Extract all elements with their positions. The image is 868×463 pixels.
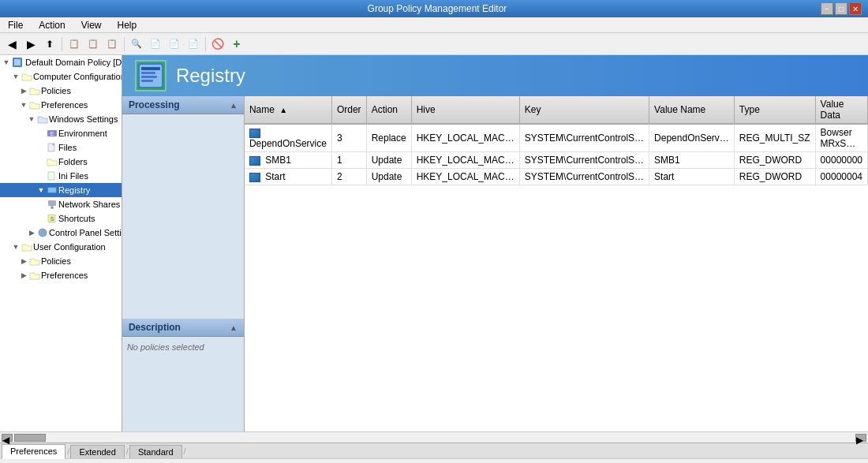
cell-order: 1 <box>331 152 366 169</box>
cell-name: SMB1 <box>245 152 332 169</box>
search-button[interactable]: 🔍 <box>128 35 145 53</box>
col-hive-header[interactable]: Hive <box>411 96 519 124</box>
copy-button[interactable]: 📋 <box>84 35 102 53</box>
menu-view[interactable]: View <box>77 19 107 32</box>
tree-item-user-config[interactable]: ▼ User Configuration <box>0 240 122 254</box>
col-type-header[interactable]: Type <box>734 96 815 124</box>
tab-preferences[interactable]: Preferences <box>2 444 65 459</box>
description-header: Description ▲ <box>122 319 244 337</box>
expand-icon[interactable]: ▼ <box>11 72 21 81</box>
cell-hive: HKEY_LOCAL_MAC… <box>411 169 519 185</box>
scroll-thumb[interactable] <box>14 434 46 442</box>
export-button[interactable]: 📄 <box>147 35 164 53</box>
tab-sep-3: / <box>184 446 186 456</box>
tree-item-label: Ini Files <box>58 171 88 181</box>
tree-item-label: Policies <box>41 86 71 95</box>
expand-icon[interactable]: ▶ <box>27 228 36 237</box>
svg-rect-7 <box>48 188 56 192</box>
collapse-desc-button[interactable]: ▲ <box>230 323 238 332</box>
tree-item-label: Policies <box>41 256 71 266</box>
menu-action[interactable]: Action <box>34 19 69 32</box>
table-row[interactable]: SMB1 1 Update HKEY_LOCAL_MAC… SYSTEM\Cur… <box>245 152 868 169</box>
table-body: DependOnService 3 Replace HKEY_LOCAL_MAC… <box>245 124 868 185</box>
tab-bar: Preferences / Extended / Standard / <box>0 442 868 458</box>
tree-item-network-shares[interactable]: ▶ Network Shares <box>0 197 122 211</box>
expand-icon[interactable]: ▼ <box>2 58 11 67</box>
cell-type: REG_DWORD <box>734 169 815 185</box>
cell-name: Start <box>245 169 332 185</box>
tree-item-windows-settings[interactable]: ▼ Windows Settings <box>0 112 122 126</box>
table-row[interactable]: DependOnService 3 Replace HKEY_LOCAL_MAC… <box>245 124 868 152</box>
svg-rect-5 <box>48 172 54 180</box>
title-bar: Group Policy Management Editor − □ ✕ <box>0 0 868 17</box>
svg-point-12 <box>39 229 47 237</box>
tree-item-user-preferences[interactable]: ▶ Preferences <box>0 268 122 282</box>
tree-item-computer-config[interactable]: ▼ Computer Configuration <box>0 69 122 84</box>
expand-icon[interactable]: ▼ <box>19 100 28 110</box>
tree-item-label: Folders <box>58 157 88 166</box>
tree-item-ini-files[interactable]: ▶ Ini Files <box>0 169 122 183</box>
paste-button[interactable]: 📋 <box>103 35 121 53</box>
close-button[interactable]: ✕ <box>849 2 862 15</box>
description-content: No policies selected <box>122 337 244 431</box>
toolbar: ◀ ▶ ⬆ 📋 📋 📋 🔍 📄 📄 📄 🚫 + <box>0 33 868 55</box>
table-area[interactable]: Name ▲ Order Action Hive Key Value Name … <box>245 96 868 431</box>
tree-item-label: User Configuration <box>33 242 106 252</box>
main-container: ▼ Default Domain Policy [DC02.C… ▼ Compu… <box>0 55 868 431</box>
col-name-header[interactable]: Name ▲ <box>245 96 332 124</box>
forward-button[interactable]: ▶ <box>22 35 39 53</box>
expand-icon[interactable]: ▼ <box>11 242 21 252</box>
ini-icon <box>46 170 58 182</box>
tree-item-folders[interactable]: ▶ Folders <box>0 155 122 169</box>
tab-standard[interactable]: Standard <box>129 445 182 458</box>
table-header-row: Name ▲ Order Action Hive Key Value Name … <box>245 96 868 124</box>
report-button[interactable]: 📄 <box>185 35 202 53</box>
minimize-button[interactable]: − <box>821 2 833 15</box>
scroll-right-btn[interactable]: ▶ <box>855 434 866 442</box>
tree-item-control-panel[interactable]: ▶ Control Panel Setting… <box>0 226 122 240</box>
table-row[interactable]: Start 2 Update HKEY_LOCAL_MAC… SYSTEM\Cu… <box>245 169 868 185</box>
col-order-header[interactable]: Order <box>331 96 366 124</box>
cell-value-data: 00000004 <box>815 169 867 185</box>
expand-icon[interactable]: ▼ <box>27 114 36 124</box>
svg-rect-18 <box>141 80 153 82</box>
network-icon <box>46 198 58 211</box>
tree-item-root[interactable]: ▼ Default Domain Policy [DC02.C… <box>0 55 122 69</box>
folder-icon <box>36 113 49 125</box>
tree-item-files[interactable]: ▶ Files <box>0 140 122 155</box>
files-icon <box>46 141 58 154</box>
registry-title: Registry <box>176 65 245 87</box>
expand-icon[interactable]: ▶ <box>19 86 28 95</box>
tree-item-policies[interactable]: ▶ Policies <box>0 84 122 98</box>
col-key-header[interactable]: Key <box>519 96 649 124</box>
tree-item-user-policies[interactable]: ▶ Policies <box>0 254 122 268</box>
expand-icon[interactable]: ▶ <box>36 129 46 138</box>
block-button[interactable]: 🚫 <box>209 35 226 53</box>
tab-sep-2: / <box>126 446 129 456</box>
tree-item-registry[interactable]: ▼ Registry <box>0 183 122 197</box>
cell-value-name: Start <box>649 169 735 185</box>
policy-icon <box>11 56 24 69</box>
menu-file[interactable]: File <box>3 19 28 32</box>
tree-item-preferences[interactable]: ▼ Preferences <box>0 98 122 112</box>
col-action-header[interactable]: Action <box>366 96 411 124</box>
cell-hive: HKEY_LOCAL_MAC… <box>411 124 519 152</box>
tree-item-shortcuts[interactable]: ▶ S Shortcuts <box>0 211 122 226</box>
import-button[interactable]: 📄 <box>166 35 183 53</box>
processing-label: Processing <box>129 99 180 110</box>
col-vname-header[interactable]: Value Name <box>649 96 735 124</box>
collapse-button[interactable]: ▲ <box>230 101 238 110</box>
add-button[interactable]: + <box>228 35 245 53</box>
scroll-left-btn[interactable]: ◀ <box>2 434 13 442</box>
cell-hive: HKEY_LOCAL_MAC… <box>411 152 519 169</box>
menu-help[interactable]: Help <box>113 19 142 32</box>
up-button[interactable]: ⬆ <box>41 35 58 53</box>
show-hide-button[interactable]: 📋 <box>65 35 83 53</box>
col-vdata-header[interactable]: Value Data <box>815 96 867 124</box>
tree-item-environment[interactable]: ▶ E Environment <box>0 126 122 140</box>
maximize-button[interactable]: □ <box>835 2 847 15</box>
window-controls[interactable]: − □ ✕ <box>821 2 862 15</box>
horizontal-scrollbar[interactable]: ◀ ▶ <box>0 431 868 442</box>
tab-extended[interactable]: Extended <box>70 445 124 458</box>
back-button[interactable]: ◀ <box>3 35 21 53</box>
